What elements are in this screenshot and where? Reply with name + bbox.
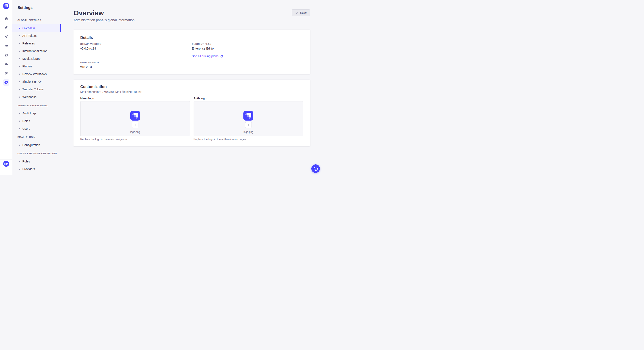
marketplace-cart-icon [4, 72, 8, 75]
rail-item-settings[interactable] [3, 79, 9, 86]
nav-item-label: Roles [22, 160, 30, 163]
nav-title-divider [18, 14, 22, 14]
nav-item-webhooks[interactable]: Webhooks [12, 93, 61, 101]
settings-sub-nav: Settings GLOBAL SETTINGS Overview API To… [12, 0, 61, 175]
auth-logo-add-button[interactable] [245, 122, 252, 128]
nav-item-label: Releases [22, 42, 35, 45]
nav-item-label: API Tokens [22, 34, 38, 37]
bullet-icon [19, 121, 20, 122]
nav-item-label: Internationalization [22, 49, 48, 53]
pricing-plans-link-label: See all pricing plans [192, 54, 218, 58]
nav-item-internationalization[interactable]: Internationalization [12, 47, 61, 55]
nav-section-label: USERS & PERMISSIONS PLUGIN [18, 152, 61, 155]
strapi-logo-button[interactable] [4, 3, 9, 9]
nav-item-admin-users[interactable]: Users [12, 125, 61, 133]
send-plane-icon [4, 35, 8, 38]
nav-section-global-settings: GLOBAL SETTINGS Overview API Tokens Rele… [12, 19, 61, 101]
page-title: Overview [74, 9, 310, 17]
nav-item-api-tokens[interactable]: API Tokens [12, 32, 61, 39]
bullet-icon [19, 35, 20, 36]
nav-section-label: EMAIL PLUGIN [18, 136, 61, 138]
nav-list: Configuration [12, 141, 61, 149]
bullet-icon [19, 169, 20, 170]
auth-logo-block: Auth logo [194, 97, 304, 141]
nav-item-plugins[interactable]: Plugins [12, 62, 61, 70]
nav-item-label: Single Sign-On [22, 80, 42, 83]
plus-icon [134, 123, 137, 127]
nav-item-overview[interactable]: Overview [12, 24, 61, 32]
auth-logo-help: Replace the logo in the authentication p… [194, 138, 304, 141]
bullet-icon [19, 145, 20, 146]
rail-item-home[interactable] [4, 17, 8, 20]
nav-list: Audit Logs Roles Users [12, 110, 61, 133]
pricing-link-cell: See all pricing plans [192, 54, 304, 58]
question-mark-icon: ? [314, 167, 318, 171]
nav-item-label: Webhooks [22, 95, 36, 99]
save-button[interactable]: Save [292, 9, 310, 16]
media-images-icon [4, 44, 8, 48]
auth-logo-dropzone[interactable]: logo.png [194, 101, 304, 136]
auth-logo-label: Auth logo [194, 97, 304, 100]
strapi-logo-icon [244, 111, 253, 121]
menu-logo-dropzone[interactable]: logo.png [80, 101, 190, 136]
nav-item-up-roles[interactable]: Roles [12, 158, 61, 165]
pricing-plans-link[interactable]: See all pricing plans [192, 54, 223, 58]
field-value: Enterprise Edition [192, 47, 304, 50]
customization-card: Customization Max dimension: 750×750, Ma… [74, 80, 310, 146]
settings-nav-title: Settings [18, 5, 61, 10]
details-heading: Details [80, 35, 303, 40]
field-value: v5.0.0-rc.19 [80, 47, 192, 50]
nav-item-label: Plugins [22, 65, 32, 68]
nav-item-transfer-tokens[interactable]: Transfer Tokens [12, 85, 61, 93]
strapi-logo-icon [130, 111, 140, 121]
rail-item-cloud[interactable] [4, 62, 8, 66]
nav-section-users-permissions-plugin: USERS & PERMISSIONS PLUGIN Roles Provide… [12, 152, 61, 173]
bullet-icon [19, 97, 20, 98]
bullet-icon [19, 66, 20, 67]
menu-logo-preview [130, 111, 140, 121]
nav-list: Roles Providers [12, 158, 61, 173]
nav-item-releases[interactable]: Releases [12, 39, 61, 47]
nav-item-audit-logs[interactable]: Audit Logs [12, 110, 61, 117]
node-version-field: NODE VERSION v18.20.3 [80, 61, 192, 69]
content-feather-icon [4, 26, 8, 29]
nav-item-label: Review Workflows [22, 72, 47, 76]
nav-item-label: Configuration [22, 143, 40, 147]
nav-item-label: Users [22, 127, 30, 130]
bullet-icon [19, 128, 20, 129]
page-subtitle: Administration panel’s global informatio… [74, 18, 310, 22]
nav-item-up-providers[interactable]: Providers [12, 165, 61, 173]
menu-logo-label: Menu logo [80, 97, 190, 100]
nav-item-label: Transfer Tokens [22, 88, 44, 91]
rail-item-media-library[interactable] [4, 44, 8, 48]
nav-item-email-configuration[interactable]: Configuration [12, 141, 61, 149]
nav-item-single-sign-on[interactable]: Single Sign-On [12, 78, 61, 85]
brand-area [0, 0, 12, 12]
user-avatar[interactable]: KD [3, 161, 9, 167]
bullet-icon [19, 89, 20, 90]
layout-icon [4, 53, 8, 57]
nav-item-media-library[interactable]: Media Library [12, 55, 61, 62]
rail-item-send[interactable] [4, 35, 8, 38]
strapi-logo-icon [4, 3, 9, 9]
nav-item-admin-roles[interactable]: Roles [12, 117, 61, 125]
menu-logo-add-button[interactable] [132, 122, 138, 128]
strapi-version-field: STRAPI VERSION v5.0.0-rc.19 [80, 43, 192, 50]
rail-item-layout[interactable] [4, 53, 8, 57]
nav-item-label: Overview [22, 26, 35, 30]
rail-item-marketplace[interactable] [4, 72, 8, 75]
menu-logo-help: Replace the logo in the main navigation [80, 138, 190, 141]
bullet-icon [19, 113, 20, 114]
bullet-icon [19, 43, 20, 44]
nav-section-label: GLOBAL SETTINGS [18, 19, 61, 21]
external-link-icon [220, 55, 223, 58]
rail-user-area: KD [0, 159, 12, 175]
menu-logo-block: Menu logo [80, 97, 190, 141]
nav-item-review-workflows[interactable]: Review Workflows [12, 70, 61, 78]
rail-item-content[interactable] [4, 26, 8, 29]
current-plan-field: CURRENT PLAN Enterprise Edition [192, 43, 304, 50]
help-button[interactable]: ? [311, 164, 320, 173]
settings-gear-icon [4, 81, 8, 84]
customization-constraints: Max dimension: 750×750, Max file size: 1… [80, 90, 303, 94]
logo-grid: Menu logo [80, 97, 303, 141]
